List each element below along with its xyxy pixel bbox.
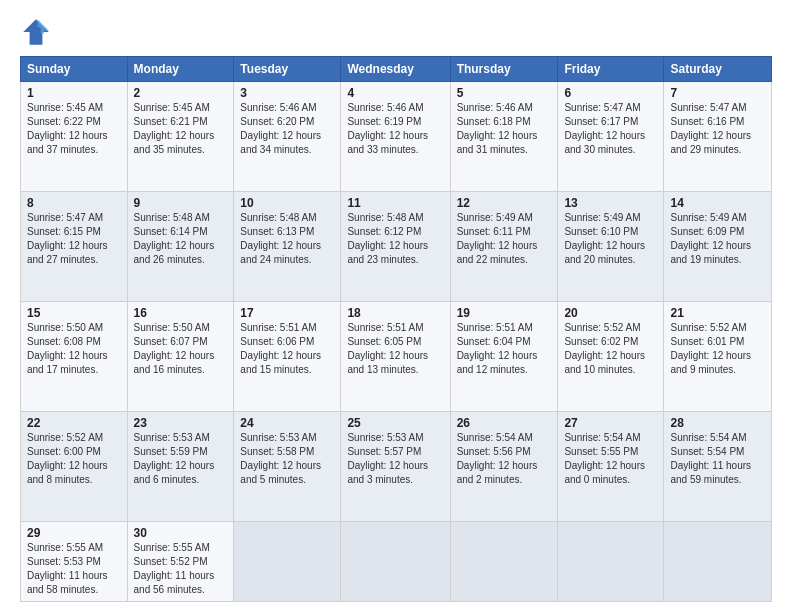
day-info: Sunrise: 5:53 AMSunset: 5:57 PMDaylight:…	[347, 432, 428, 485]
day-number: 10	[240, 196, 334, 210]
calendar-cell: 10 Sunrise: 5:48 AMSunset: 6:13 PMDaylig…	[234, 192, 341, 302]
calendar-cell: 19 Sunrise: 5:51 AMSunset: 6:04 PMDaylig…	[450, 302, 558, 412]
day-number: 26	[457, 416, 552, 430]
calendar-cell: 9 Sunrise: 5:48 AMSunset: 6:14 PMDayligh…	[127, 192, 234, 302]
day-info: Sunrise: 5:51 AMSunset: 6:06 PMDaylight:…	[240, 322, 321, 375]
day-info: Sunrise: 5:51 AMSunset: 6:05 PMDaylight:…	[347, 322, 428, 375]
calendar-cell	[234, 522, 341, 602]
day-number: 17	[240, 306, 334, 320]
day-number: 6	[564, 86, 657, 100]
day-info: Sunrise: 5:50 AMSunset: 6:08 PMDaylight:…	[27, 322, 108, 375]
calendar-cell	[558, 522, 664, 602]
day-number: 3	[240, 86, 334, 100]
day-info: Sunrise: 5:55 AMSunset: 5:52 PMDaylight:…	[134, 542, 215, 595]
day-info: Sunrise: 5:52 AMSunset: 6:01 PMDaylight:…	[670, 322, 751, 375]
day-info: Sunrise: 5:47 AMSunset: 6:15 PMDaylight:…	[27, 212, 108, 265]
day-info: Sunrise: 5:48 AMSunset: 6:14 PMDaylight:…	[134, 212, 215, 265]
day-info: Sunrise: 5:49 AMSunset: 6:11 PMDaylight:…	[457, 212, 538, 265]
day-number: 28	[670, 416, 765, 430]
calendar-cell: 20 Sunrise: 5:52 AMSunset: 6:02 PMDaylig…	[558, 302, 664, 412]
day-number: 12	[457, 196, 552, 210]
day-info: Sunrise: 5:52 AMSunset: 6:00 PMDaylight:…	[27, 432, 108, 485]
logo-icon	[20, 16, 52, 48]
calendar-table: SundayMondayTuesdayWednesdayThursdayFrid…	[20, 56, 772, 602]
dow-header-monday: Monday	[127, 57, 234, 82]
day-number: 20	[564, 306, 657, 320]
day-number: 27	[564, 416, 657, 430]
day-info: Sunrise: 5:50 AMSunset: 6:07 PMDaylight:…	[134, 322, 215, 375]
day-info: Sunrise: 5:51 AMSunset: 6:04 PMDaylight:…	[457, 322, 538, 375]
svg-marker-0	[23, 19, 49, 45]
calendar-cell: 7 Sunrise: 5:47 AMSunset: 6:16 PMDayligh…	[664, 82, 772, 192]
day-info: Sunrise: 5:49 AMSunset: 6:10 PMDaylight:…	[564, 212, 645, 265]
day-number: 1	[27, 86, 121, 100]
calendar-cell: 22 Sunrise: 5:52 AMSunset: 6:00 PMDaylig…	[21, 412, 128, 522]
day-number: 4	[347, 86, 443, 100]
calendar-cell: 5 Sunrise: 5:46 AMSunset: 6:18 PMDayligh…	[450, 82, 558, 192]
calendar-cell: 24 Sunrise: 5:53 AMSunset: 5:58 PMDaylig…	[234, 412, 341, 522]
calendar-cell: 27 Sunrise: 5:54 AMSunset: 5:55 PMDaylig…	[558, 412, 664, 522]
calendar-cell: 2 Sunrise: 5:45 AMSunset: 6:21 PMDayligh…	[127, 82, 234, 192]
day-number: 16	[134, 306, 228, 320]
logo	[20, 16, 56, 48]
day-info: Sunrise: 5:46 AMSunset: 6:20 PMDaylight:…	[240, 102, 321, 155]
day-number: 21	[670, 306, 765, 320]
dow-header-wednesday: Wednesday	[341, 57, 450, 82]
dow-header-sunday: Sunday	[21, 57, 128, 82]
day-info: Sunrise: 5:48 AMSunset: 6:12 PMDaylight:…	[347, 212, 428, 265]
day-info: Sunrise: 5:45 AMSunset: 6:22 PMDaylight:…	[27, 102, 108, 155]
dow-header-friday: Friday	[558, 57, 664, 82]
day-number: 14	[670, 196, 765, 210]
calendar-cell: 8 Sunrise: 5:47 AMSunset: 6:15 PMDayligh…	[21, 192, 128, 302]
day-info: Sunrise: 5:47 AMSunset: 6:16 PMDaylight:…	[670, 102, 751, 155]
page-header	[20, 16, 772, 48]
day-info: Sunrise: 5:48 AMSunset: 6:13 PMDaylight:…	[240, 212, 321, 265]
calendar-cell: 14 Sunrise: 5:49 AMSunset: 6:09 PMDaylig…	[664, 192, 772, 302]
calendar-cell: 12 Sunrise: 5:49 AMSunset: 6:11 PMDaylig…	[450, 192, 558, 302]
day-info: Sunrise: 5:53 AMSunset: 5:58 PMDaylight:…	[240, 432, 321, 485]
day-number: 5	[457, 86, 552, 100]
day-info: Sunrise: 5:45 AMSunset: 6:21 PMDaylight:…	[134, 102, 215, 155]
dow-header-thursday: Thursday	[450, 57, 558, 82]
day-number: 8	[27, 196, 121, 210]
calendar-cell: 16 Sunrise: 5:50 AMSunset: 6:07 PMDaylig…	[127, 302, 234, 412]
day-info: Sunrise: 5:46 AMSunset: 6:18 PMDaylight:…	[457, 102, 538, 155]
day-info: Sunrise: 5:49 AMSunset: 6:09 PMDaylight:…	[670, 212, 751, 265]
day-number: 2	[134, 86, 228, 100]
calendar-cell	[450, 522, 558, 602]
calendar-cell: 4 Sunrise: 5:46 AMSunset: 6:19 PMDayligh…	[341, 82, 450, 192]
day-number: 7	[670, 86, 765, 100]
day-number: 15	[27, 306, 121, 320]
dow-header-tuesday: Tuesday	[234, 57, 341, 82]
calendar-cell: 6 Sunrise: 5:47 AMSunset: 6:17 PMDayligh…	[558, 82, 664, 192]
day-info: Sunrise: 5:54 AMSunset: 5:56 PMDaylight:…	[457, 432, 538, 485]
calendar-cell: 25 Sunrise: 5:53 AMSunset: 5:57 PMDaylig…	[341, 412, 450, 522]
day-info: Sunrise: 5:55 AMSunset: 5:53 PMDaylight:…	[27, 542, 108, 595]
day-info: Sunrise: 5:52 AMSunset: 6:02 PMDaylight:…	[564, 322, 645, 375]
calendar-cell: 15 Sunrise: 5:50 AMSunset: 6:08 PMDaylig…	[21, 302, 128, 412]
day-number: 25	[347, 416, 443, 430]
calendar-cell: 17 Sunrise: 5:51 AMSunset: 6:06 PMDaylig…	[234, 302, 341, 412]
day-number: 29	[27, 526, 121, 540]
calendar-cell: 18 Sunrise: 5:51 AMSunset: 6:05 PMDaylig…	[341, 302, 450, 412]
day-info: Sunrise: 5:54 AMSunset: 5:55 PMDaylight:…	[564, 432, 645, 485]
calendar-cell: 29 Sunrise: 5:55 AMSunset: 5:53 PMDaylig…	[21, 522, 128, 602]
day-number: 9	[134, 196, 228, 210]
day-info: Sunrise: 5:54 AMSunset: 5:54 PMDaylight:…	[670, 432, 751, 485]
calendar-cell: 13 Sunrise: 5:49 AMSunset: 6:10 PMDaylig…	[558, 192, 664, 302]
day-info: Sunrise: 5:53 AMSunset: 5:59 PMDaylight:…	[134, 432, 215, 485]
day-number: 22	[27, 416, 121, 430]
calendar-cell	[664, 522, 772, 602]
day-info: Sunrise: 5:46 AMSunset: 6:19 PMDaylight:…	[347, 102, 428, 155]
day-number: 11	[347, 196, 443, 210]
day-number: 30	[134, 526, 228, 540]
calendar-cell: 30 Sunrise: 5:55 AMSunset: 5:52 PMDaylig…	[127, 522, 234, 602]
dow-header-saturday: Saturday	[664, 57, 772, 82]
calendar-cell: 21 Sunrise: 5:52 AMSunset: 6:01 PMDaylig…	[664, 302, 772, 412]
day-number: 18	[347, 306, 443, 320]
day-number: 13	[564, 196, 657, 210]
day-number: 23	[134, 416, 228, 430]
day-number: 24	[240, 416, 334, 430]
calendar-cell: 11 Sunrise: 5:48 AMSunset: 6:12 PMDaylig…	[341, 192, 450, 302]
calendar-cell: 23 Sunrise: 5:53 AMSunset: 5:59 PMDaylig…	[127, 412, 234, 522]
